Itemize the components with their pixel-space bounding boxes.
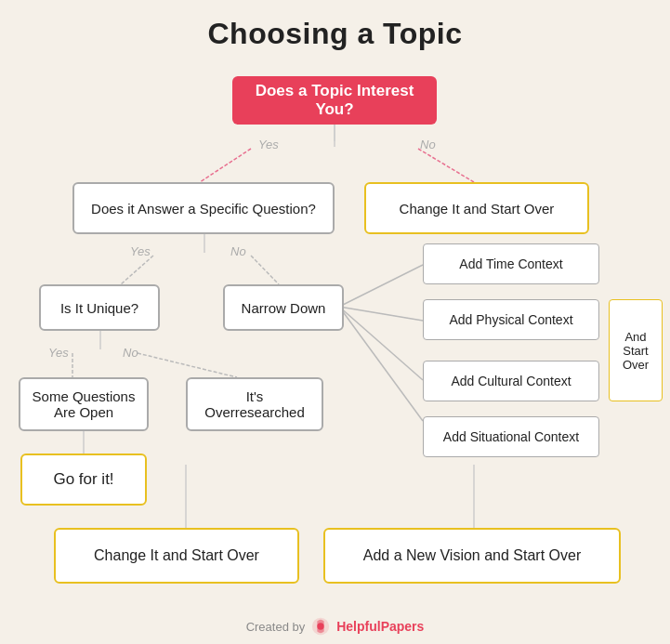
page: Choosing a Topic Yes No bbox=[0, 0, 670, 644]
is-unique-node: Is It Unique? bbox=[39, 284, 160, 331]
go-for-it-node: Go for it! bbox=[20, 453, 147, 506]
footer: Created by HelpfulPapers bbox=[0, 616, 670, 637]
add-time-node: Add Time Context bbox=[423, 243, 599, 284]
no-label-q2: No bbox=[123, 346, 138, 360]
add-cultural-node: Add Cultural Context bbox=[423, 361, 599, 401]
svg-line-13 bbox=[339, 307, 423, 380]
svg-line-14 bbox=[339, 307, 423, 421]
and-start-over-node: And Start Over bbox=[609, 299, 663, 401]
add-physical-node: Add Physical Context bbox=[423, 299, 599, 340]
yes-label-q2: Yes bbox=[48, 346, 69, 360]
no-label-start: No bbox=[420, 138, 436, 151]
add-situational-node: Add Situational Context bbox=[423, 416, 599, 457]
change-start-over-top-node: Change It and Start Over bbox=[364, 182, 589, 234]
change-start-over-bottom-node: Change It and Start Over bbox=[54, 528, 299, 584]
helpfulpapers-icon bbox=[310, 616, 331, 637]
svg-line-3 bbox=[418, 149, 474, 182]
svg-line-9 bbox=[138, 353, 237, 377]
yes-label-start: Yes bbox=[258, 138, 279, 151]
svg-line-11 bbox=[339, 265, 423, 307]
start-node: Does a Topic Interest You? bbox=[232, 76, 437, 125]
no-label-q1: No bbox=[230, 244, 246, 258]
svg-line-2 bbox=[200, 149, 251, 182]
yes-label-q1: Yes bbox=[130, 244, 151, 258]
some-questions-node: Some Questions Are Open bbox=[19, 377, 149, 431]
narrow-down-node: Narrow Down bbox=[223, 284, 344, 331]
svg-line-5 bbox=[121, 256, 153, 284]
svg-line-12 bbox=[339, 307, 423, 321]
page-title: Choosing a Topic bbox=[0, 0, 670, 51]
overresearched-node: It's Overresearched bbox=[186, 377, 323, 431]
footer-created-by: Created by bbox=[246, 620, 306, 634]
footer-brand: HelpfulPapers bbox=[336, 619, 424, 634]
svg-point-18 bbox=[318, 623, 324, 629]
add-new-vision-node: Add a New Vision and Start Over bbox=[323, 528, 621, 584]
question1-node: Does it Answer a Specific Question? bbox=[72, 182, 335, 234]
svg-line-6 bbox=[251, 256, 279, 284]
